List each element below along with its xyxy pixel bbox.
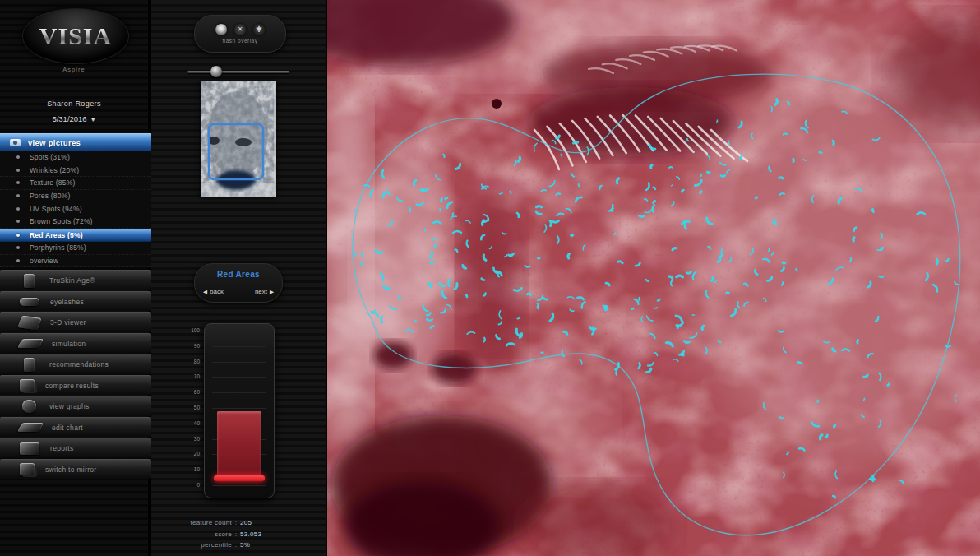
image-navigator-thumbnail[interactable] <box>201 81 276 197</box>
sidebar-tool-edit-chart[interactable]: edit chart <box>0 417 151 438</box>
visia-logo-subtitle: Aspire <box>0 66 148 73</box>
view-pictures-label: view pictures <box>28 138 81 147</box>
sidebar-item-spots[interactable]: Spots (31%) <box>0 151 151 164</box>
compare-photos-icon <box>20 379 35 392</box>
gauge-tick-label: 0 <box>183 482 200 488</box>
sidebar-item-brown-spots[interactable]: Brown Spots (72%) <box>0 215 151 229</box>
gauge-bar-area <box>215 331 263 485</box>
camera-icon <box>10 139 21 146</box>
bullet-icon <box>16 220 20 223</box>
thumbnail-face-image <box>201 81 276 197</box>
gauge-gridline <box>212 485 266 486</box>
flash-bulb-icon[interactable] <box>215 24 227 35</box>
mirror-icon <box>20 463 35 475</box>
slider-track[interactable] <box>187 71 289 73</box>
sidebar-item-texture[interactable]: Texture (85%) <box>0 177 151 190</box>
stat-percentile: percentile : 5% <box>156 540 321 551</box>
gauge-scale: 1009080706050403020100 <box>185 331 201 485</box>
gauge-tick-label: 100 <box>183 327 200 333</box>
percentile-marker <box>214 475 265 481</box>
clipboard-icon <box>24 358 35 372</box>
control-panel: ✕ ✱ flash overlay <box>151 0 327 556</box>
overlay-opacity-slider[interactable] <box>187 66 289 77</box>
gauge-tick-label: 50 <box>183 405 200 410</box>
gauge-tick-label: 40 <box>183 420 200 426</box>
patient-name: Sharon Rogers <box>0 100 148 108</box>
bullet-icon <box>16 259 20 262</box>
gauge-tick-label: 90 <box>183 343 200 349</box>
sidebar-tool-view-graphs[interactable]: view graphs <box>0 396 151 416</box>
score-gauge: 1009080706050403020100 <box>204 323 275 498</box>
gauge-gridline <box>212 362 266 363</box>
gauge-tick-label: 70 <box>183 373 200 379</box>
sidebar-item-wrinkles[interactable]: Wrinkles (20%) <box>0 164 151 178</box>
feature-navigator: Red Areas ◀ back next ▶ <box>194 263 283 303</box>
visia-logo: VISIA <box>22 8 129 64</box>
sidebar-item-overview[interactable]: overview <box>0 255 151 268</box>
slider-knob[interactable] <box>210 66 222 77</box>
gauge-tick-label: 10 <box>183 466 200 472</box>
gauge-gridline <box>212 392 266 393</box>
printer-icon <box>20 442 39 455</box>
sidebar: VISIA Aspire Sharon Rogers 5/31/2016▼ vi… <box>0 0 151 556</box>
sidebar-tool-simulation[interactable]: simulation <box>0 333 151 354</box>
bullet-icon <box>16 194 20 197</box>
gauge-gridline <box>212 331 266 331</box>
graph-icon <box>22 400 36 413</box>
feature-title: Red Areas <box>195 270 282 279</box>
sidebar-tools: TruSkin Age® eyelashes 3-D viewer simula… <box>0 270 151 479</box>
bullet-icon <box>16 234 20 237</box>
flash-overlay-label: flash overlay <box>223 38 258 44</box>
sidebar-tool-3d-viewer[interactable]: 3-D viewer <box>0 312 151 332</box>
sidebar-tool-truskin-age[interactable]: TruSkin Age® <box>0 270 151 290</box>
sidebar-item-uv-spots[interactable]: UV Spots (94%) <box>0 202 151 215</box>
sidebar-item-porphyrins[interactable]: Porphyrins (85%) <box>0 242 151 255</box>
sidebar-item-view-pictures[interactable]: view pictures <box>0 133 151 151</box>
session-date-dropdown[interactable]: 5/31/2016▼ <box>0 114 148 123</box>
sidebar-tool-reports[interactable]: reports <box>0 438 151 458</box>
brush-icon <box>17 339 44 348</box>
nostril-shadow <box>373 341 413 369</box>
overlay-mask-icon[interactable]: ✱ <box>253 24 265 35</box>
mole-mark <box>492 99 502 109</box>
cake-icon <box>24 274 35 288</box>
gauge-tick-label: 20 <box>183 451 200 456</box>
visia-application-window: VISIA Aspire Sharon Rogers 5/31/2016▼ vi… <box>0 0 980 556</box>
visia-logo-text: VISIA <box>39 22 112 50</box>
sidebar-tool-switch-to-mirror[interactable]: switch to mirror <box>0 459 151 480</box>
gauge-tick-label: 30 <box>183 436 200 442</box>
gauge-tick-label: 60 <box>183 389 200 395</box>
bullet-icon <box>16 155 20 159</box>
feature-stats: feature count : 205 score : 53.053 perce… <box>156 517 321 551</box>
gauge-gridline <box>212 408 266 409</box>
edit-pencil-icon <box>17 423 44 432</box>
chevron-down-icon: ▼ <box>90 117 96 123</box>
sidebar-item-pores[interactable]: Pores (80%) <box>0 190 151 203</box>
red-areas-image-viewer[interactable] <box>327 0 980 556</box>
next-arrow-icon: ▶ <box>270 289 274 295</box>
bullet-icon <box>16 207 20 211</box>
eyelashes-icon <box>20 298 39 306</box>
gauge-gridline <box>212 346 266 347</box>
overlay-off-icon[interactable]: ✕ <box>234 24 246 35</box>
stat-feature-count: feature count : 205 <box>156 517 321 529</box>
back-button[interactable]: ◀ back <box>203 288 224 295</box>
bullet-icon <box>16 169 20 172</box>
session-date-value: 5/31/2016 <box>52 114 86 123</box>
sidebar-tool-compare-results[interactable]: compare results <box>0 375 151 396</box>
cube-icon <box>17 315 41 330</box>
gauge-tick-label: 80 <box>183 359 200 364</box>
sidebar-item-red-areas[interactable]: Red Areas (5%) <box>0 229 151 243</box>
stat-score: score : 53.053 <box>156 529 321 540</box>
sidebar-menu: view pictures Spots (31%) Wrinkles (20%)… <box>0 133 151 480</box>
bullet-icon <box>16 246 20 249</box>
sidebar-tool-recommendations[interactable]: recommendations <box>0 354 151 374</box>
sidebar-tool-eyelashes[interactable]: eyelashes <box>0 291 151 312</box>
back-arrow-icon: ◀ <box>203 289 207 295</box>
score-bar <box>217 411 261 480</box>
red-areas-analysis-image <box>327 0 980 556</box>
flash-overlay-control: ✕ ✱ flash overlay <box>194 15 286 53</box>
next-button[interactable]: next ▶ <box>255 288 274 295</box>
gauge-gridline <box>212 377 266 378</box>
bullet-icon <box>16 181 20 184</box>
